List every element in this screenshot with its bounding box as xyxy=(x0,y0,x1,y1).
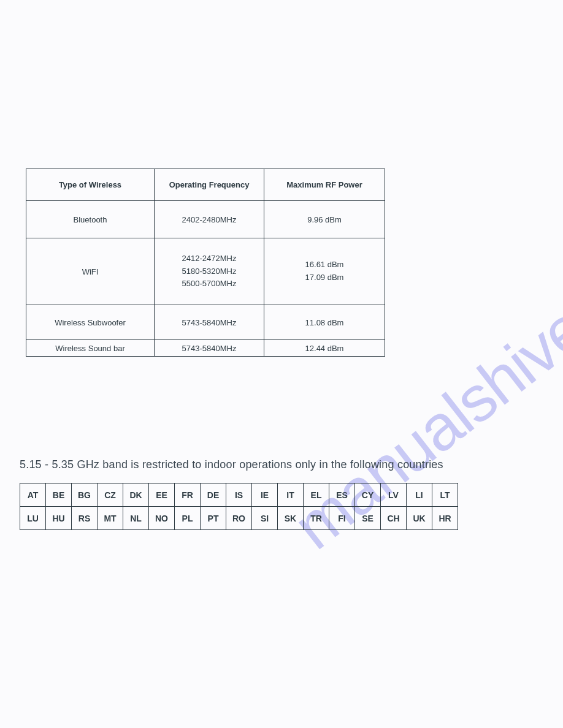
country-code: UK xyxy=(407,507,432,530)
country-code: TR xyxy=(304,507,329,530)
cell-type: WiFI xyxy=(26,238,155,305)
country-code: CZ xyxy=(98,483,123,507)
cell-freq: 5743-5840MHz xyxy=(155,305,264,340)
countries-table: AT BE BG CZ DK EE FR DE IS IE IT EL ES C… xyxy=(20,483,458,530)
country-code: SK xyxy=(278,507,304,530)
cell-power: 12.44 dBm xyxy=(264,340,385,357)
table-header-row: Type of Wireless Operating Frequency Max… xyxy=(26,169,385,201)
table-row: WiFI 2412-2472MHz5180-5320MHz5500-5700MH… xyxy=(26,238,385,305)
country-code: RO xyxy=(226,507,252,530)
country-code: HU xyxy=(46,507,72,530)
cell-type: Wireless Sound bar xyxy=(26,340,155,357)
country-code: ES xyxy=(329,483,355,507)
country-code: NO xyxy=(149,507,175,530)
country-code: FI xyxy=(329,507,355,530)
cell-freq: 2402-2480MHz xyxy=(155,201,264,238)
header-freq: Operating Frequency xyxy=(155,169,264,201)
wireless-spec-table: Type of Wireless Operating Frequency Max… xyxy=(26,169,385,357)
country-code: LT xyxy=(432,483,458,507)
country-code: CH xyxy=(381,507,407,530)
countries-row: AT BE BG CZ DK EE FR DE IS IE IT EL ES C… xyxy=(20,483,458,507)
country-code: MT xyxy=(98,507,123,530)
country-code: RS xyxy=(72,507,98,530)
country-code: EE xyxy=(149,483,175,507)
country-code: PT xyxy=(201,507,226,530)
table-row: Bluetooth 2402-2480MHz 9.96 dBm xyxy=(26,201,385,238)
cell-type: Bluetooth xyxy=(26,201,155,238)
country-code: BE xyxy=(46,483,72,507)
country-code: DK xyxy=(123,483,149,507)
country-code: SI xyxy=(252,507,278,530)
country-code: LV xyxy=(381,483,407,507)
header-type: Type of Wireless xyxy=(26,169,155,201)
country-code: DE xyxy=(201,483,226,507)
country-code: PL xyxy=(175,507,201,530)
table-row: Wireless Sound bar 5743-5840MHz 12.44 dB… xyxy=(26,340,385,357)
cell-power: 11.08 dBm xyxy=(264,305,385,340)
cell-freq: 2412-2472MHz5180-5320MHz5500-5700MHz xyxy=(155,238,264,305)
country-code: BG xyxy=(72,483,98,507)
country-code: SE xyxy=(355,507,381,530)
country-code: EL xyxy=(304,483,329,507)
countries-row: LU HU RS MT NL NO PL PT RO SI SK TR FI S… xyxy=(20,507,458,530)
country-code: NL xyxy=(123,507,149,530)
table-row: Wireless Subwoofer 5743-5840MHz 11.08 dB… xyxy=(26,305,385,340)
header-power: Maximum RF Power xyxy=(264,169,385,201)
country-code: LI xyxy=(407,483,432,507)
country-code: LU xyxy=(20,507,46,530)
country-code: IT xyxy=(278,483,304,507)
cell-freq: 5743-5840MHz xyxy=(155,340,264,357)
country-code: FR xyxy=(175,483,201,507)
country-code: IE xyxy=(252,483,278,507)
country-code: AT xyxy=(20,483,46,507)
country-code: CY xyxy=(355,483,381,507)
country-code: IS xyxy=(226,483,252,507)
country-code: HR xyxy=(432,507,458,530)
cell-power: 16.61 dBm17.09 dBm xyxy=(264,238,385,305)
restriction-note: 5.15 - 5.35 GHz band is restricted to in… xyxy=(20,458,443,471)
cell-type: Wireless Subwoofer xyxy=(26,305,155,340)
cell-power: 9.96 dBm xyxy=(264,201,385,238)
